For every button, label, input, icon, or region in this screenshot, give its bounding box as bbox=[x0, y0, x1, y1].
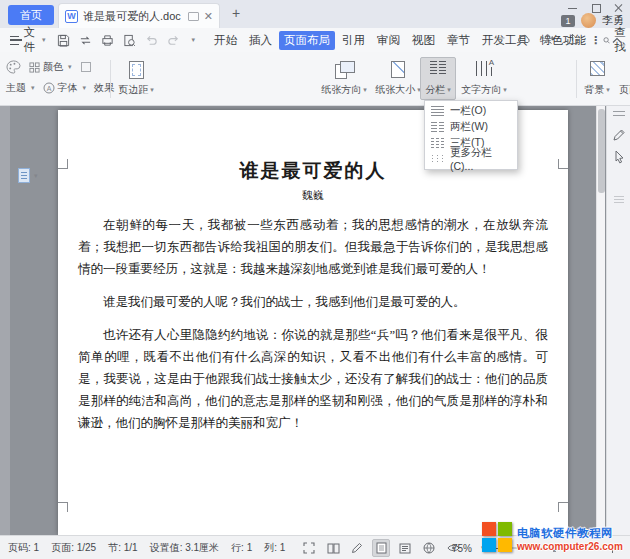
paragraph: 在朝鲜的每一天，我都被一些东西感动着；我的思想感情的潮水，在放纵奔流着；我想把一… bbox=[78, 214, 548, 280]
crop-mark-icon bbox=[558, 159, 568, 169]
tab-references[interactable]: 引用 bbox=[337, 31, 370, 50]
fonts-button[interactable]: A 字体▾ bbox=[43, 81, 87, 95]
three-columns-icon bbox=[431, 138, 444, 148]
crop-mark-icon bbox=[558, 502, 568, 512]
watermark-url: www.computer26.com bbox=[517, 541, 623, 552]
document-page[interactable]: 谁是最可爱的人 魏巍 在朝鲜的每一天，我都被一些东西感动着；我的思想感情的潮水，… bbox=[58, 110, 568, 535]
columns-button[interactable]: 分栏▾ bbox=[420, 57, 456, 100]
tab-view[interactable]: 视图 bbox=[407, 31, 440, 50]
new-tab-button[interactable]: + bbox=[228, 6, 244, 22]
share-user-icon[interactable] bbox=[542, 33, 555, 47]
print-preview-icon[interactable] bbox=[123, 34, 136, 47]
fullscreen-icon[interactable] bbox=[300, 539, 318, 557]
theme-group: 颜色▾ 主题▾ A 字体▾ 效果▾ bbox=[6, 57, 108, 100]
status-page-number[interactable]: 页码: 1 bbox=[8, 541, 39, 555]
scrollbar-thumb[interactable] bbox=[598, 109, 605, 193]
colors-icon bbox=[29, 62, 40, 73]
edit-pen-icon[interactable] bbox=[607, 124, 630, 146]
quick-toolbar: ▾ bbox=[57, 34, 195, 47]
zoom-level[interactable]: 75% bbox=[452, 543, 472, 554]
status-line[interactable]: 行: 1 bbox=[231, 541, 252, 555]
site-watermark: 电脑软硬件教程网 www.computer26.com bbox=[482, 519, 630, 559]
left-margin-strip bbox=[0, 106, 10, 535]
tab-list-icon[interactable] bbox=[188, 12, 199, 21]
fonts-icon: A bbox=[43, 82, 55, 94]
home-tab[interactable]: 首页 bbox=[8, 5, 54, 25]
text-direction-button[interactable]: 文字方向▾ bbox=[458, 57, 510, 100]
menu-item-one-column[interactable]: 一栏(O) bbox=[425, 103, 517, 119]
ink-pen-icon[interactable] bbox=[348, 539, 366, 557]
toolbar-more-caret-icon[interactable]: ▾ bbox=[191, 36, 195, 44]
page-border-button[interactable]: 页面边框 bbox=[616, 57, 630, 100]
save-icon[interactable] bbox=[57, 34, 70, 47]
tab-start[interactable]: 开始 bbox=[209, 31, 242, 50]
document-tab-title: 谁是最可爱的人.doc bbox=[83, 9, 183, 24]
two-columns-icon bbox=[431, 122, 444, 132]
tab-close-icon[interactable]: ✕ bbox=[204, 11, 213, 22]
menubar-right-icons: ⋮ bbox=[517, 28, 622, 52]
cloud-icon[interactable] bbox=[517, 33, 531, 47]
paper-size-button[interactable]: 纸张大小▾ bbox=[372, 57, 424, 100]
web-view-icon[interactable] bbox=[420, 539, 438, 557]
status-page-count[interactable]: 页面: 1/25 bbox=[51, 541, 96, 555]
svg-text:A: A bbox=[46, 85, 51, 92]
page-setup-icon bbox=[18, 168, 30, 183]
windows-logo-icon bbox=[482, 522, 513, 553]
status-setting-value[interactable]: 设置值: 3.1厘米 bbox=[150, 541, 219, 555]
writer-doc-icon: W bbox=[65, 10, 78, 23]
colors-button[interactable]: 颜色▾ bbox=[29, 60, 72, 74]
theme-palette-icon[interactable] bbox=[6, 60, 21, 74]
status-section[interactable]: 节: 1/1 bbox=[108, 541, 137, 555]
status-fields: 页码: 1 页面: 1/25 节: 1/1 设置值: 3.1厘米 行: 1 列:… bbox=[0, 541, 285, 555]
tab-review[interactable]: 审阅 bbox=[372, 31, 405, 50]
paper-size-icon bbox=[391, 61, 405, 78]
columns-icon bbox=[430, 61, 446, 75]
document-author: 魏巍 bbox=[78, 188, 548, 203]
minimize-icon[interactable] bbox=[568, 3, 578, 13]
vertical-scrollbar[interactable] bbox=[596, 106, 605, 535]
more-options-icon[interactable]: ⋮ bbox=[590, 34, 601, 47]
menu-bar: 文件 ▾ ▾ 开始 插入 页面布局 引用 审阅 视图 章节 开发工具 特色功能 … bbox=[0, 28, 630, 52]
paper-orientation-button[interactable]: 纸张方向▾ bbox=[318, 57, 370, 100]
menu-item-more-columns[interactable]: 更多分栏(C)... bbox=[425, 151, 517, 167]
upload-share-icon[interactable] bbox=[566, 33, 579, 47]
maximize-icon[interactable] bbox=[591, 3, 601, 13]
close-icon[interactable] bbox=[614, 3, 624, 13]
background-button[interactable]: 背景▾ bbox=[580, 57, 614, 100]
panel-handle-icon[interactable] bbox=[613, 111, 625, 116]
paragraph: 谁是我们最可爱的人呢？我们的战士，我感到他们是最可爱的人。 bbox=[78, 291, 548, 313]
crop-mark-icon bbox=[58, 502, 68, 512]
status-column[interactable]: 列: 1 bbox=[264, 541, 285, 555]
watermark-site-name: 电脑软硬件教程网 bbox=[517, 526, 623, 541]
effects-icon[interactable] bbox=[80, 61, 92, 73]
margins-icon bbox=[129, 61, 144, 79]
text-direction-icon bbox=[476, 61, 492, 76]
columns-dropdown-menu: 一栏(O) 两栏(W) 三栏(T) 更多分栏(C)... bbox=[424, 100, 518, 170]
file-menu[interactable]: 文件 bbox=[24, 25, 40, 55]
select-cursor-icon[interactable] bbox=[607, 146, 630, 168]
hamburger-icon[interactable] bbox=[10, 36, 19, 45]
document-tab[interactable]: W 谁是最可爱的人.doc ✕ bbox=[58, 3, 220, 28]
background-icon bbox=[590, 61, 605, 76]
outline-view-icon[interactable] bbox=[396, 539, 414, 557]
view-switcher bbox=[300, 536, 462, 559]
panel-grip-icon[interactable] bbox=[614, 196, 624, 204]
user-avatar[interactable] bbox=[581, 13, 596, 28]
redo-icon[interactable] bbox=[167, 34, 180, 47]
tab-page-layout[interactable]: 页面布局 bbox=[279, 31, 335, 50]
collapse-ribbon-icon[interactable] bbox=[612, 34, 622, 46]
theme-button[interactable]: 主题▾ bbox=[6, 81, 35, 95]
output-convert-icon[interactable] bbox=[79, 34, 92, 47]
margins-button[interactable]: 页边距▾ bbox=[114, 57, 158, 100]
notification-badge[interactable]: 1 bbox=[561, 15, 575, 27]
two-page-view-icon[interactable] bbox=[324, 539, 342, 557]
tab-section[interactable]: 章节 bbox=[442, 31, 475, 50]
menu-item-two-columns[interactable]: 两栏(W) bbox=[425, 119, 517, 135]
page-setup-gutter-button[interactable]: ▾ bbox=[18, 168, 38, 183]
tab-insert[interactable]: 插入 bbox=[244, 31, 277, 50]
print-icon[interactable] bbox=[101, 34, 114, 47]
page-view-icon[interactable] bbox=[372, 539, 390, 557]
document-area: ▾ 谁是最可爱的人 魏巍 在朝鲜的每一天，我都被一些东西感动着；我的思想感情的潮… bbox=[0, 106, 630, 535]
undo-icon[interactable] bbox=[145, 34, 158, 47]
file-caret-icon[interactable]: ▾ bbox=[42, 36, 46, 44]
